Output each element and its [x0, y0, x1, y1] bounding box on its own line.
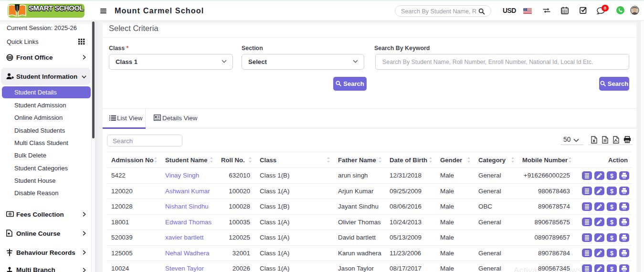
svg-text:$: $ [610, 204, 613, 210]
svg-text:$: $ [610, 219, 613, 226]
svg-text:$: $ [610, 250, 613, 257]
svg-text:$: $ [610, 235, 613, 241]
svg-text:$: $ [610, 173, 613, 179]
svg-text:$: $ [610, 266, 613, 272]
svg-text:$: $ [610, 188, 613, 195]
